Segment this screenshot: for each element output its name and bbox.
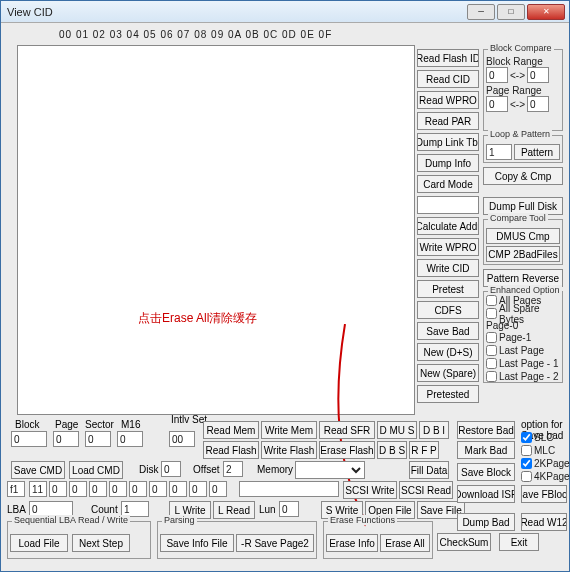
write-mem-button[interactable]: Write Mem: [261, 421, 317, 439]
intlv-input[interactable]: [169, 431, 195, 447]
seq-lba-group: Sequential LBA Read / Write Load File Ne…: [7, 521, 151, 559]
scsi-read-button[interactable]: SCSI Read: [399, 481, 453, 499]
intlv-set-label: Intlv Set: [171, 415, 207, 424]
pattern-button[interactable]: Pattern: [514, 144, 560, 160]
save-info-file-button[interactable]: Save Info File: [160, 534, 234, 552]
r-save-page2-button[interactable]: -R Save Page2: [236, 534, 314, 552]
arrow-label-1: <->: [510, 70, 525, 81]
pretest-button[interactable]: Pretest: [417, 280, 479, 298]
read-flash-id-button[interactable]: Read Flash ID: [417, 49, 479, 67]
block-input[interactable]: [11, 431, 47, 447]
block-range-from[interactable]: [486, 67, 508, 83]
dmus-cmp-button[interactable]: DMUS Cmp: [486, 228, 560, 244]
block-range-to[interactable]: [527, 67, 549, 83]
slc-checkbox[interactable]: [521, 432, 532, 443]
save-bad-button[interactable]: Save Bad: [417, 322, 479, 340]
erase-info-button[interactable]: Erase Info: [326, 534, 378, 552]
disk-input[interactable]: [161, 461, 181, 477]
load-file-button[interactable]: Load File: [10, 534, 68, 552]
dump-info-button[interactable]: Dump Info: [417, 154, 479, 172]
r2-1[interactable]: [49, 481, 67, 497]
dmus-button[interactable]: D MU S: [377, 421, 417, 439]
last-page-checkbox[interactable]: [486, 345, 497, 356]
save-cmd-button[interactable]: Save CMD: [11, 461, 65, 479]
parsing-group: Parsing Save Info File -R Save Page2: [157, 521, 317, 559]
mark-bad-button[interactable]: Mark Bad: [457, 441, 515, 459]
r2-3[interactable]: [89, 481, 107, 497]
loop-count-input[interactable]: [486, 144, 512, 160]
all-spare-bytes-checkbox[interactable]: [486, 308, 497, 319]
read-par-button[interactable]: Read PAR: [417, 112, 479, 130]
r2-2[interactable]: [69, 481, 87, 497]
2kpage-checkbox[interactable]: [521, 458, 532, 469]
maximize-button[interactable]: □: [497, 4, 525, 20]
load-cmd-button[interactable]: Load CMD: [69, 461, 123, 479]
r2-8[interactable]: [189, 481, 207, 497]
m16-input[interactable]: [117, 431, 143, 447]
sector-label: Sector: [85, 419, 114, 430]
save-fblock-button[interactable]: Save FBlock: [521, 485, 567, 503]
dump-bad-button[interactable]: Dump Bad: [457, 513, 515, 531]
minimize-button[interactable]: ─: [467, 4, 495, 20]
erase-functions-group: Erase Functions Erase Info Erase All: [323, 521, 433, 559]
write-cid-button[interactable]: Write CID: [417, 259, 479, 277]
page-input[interactable]: [53, 431, 79, 447]
erase-all-button[interactable]: Erase All: [380, 534, 430, 552]
read-wpro-button[interactable]: Read WPRO: [417, 91, 479, 109]
mlc-checkbox[interactable]: [521, 445, 532, 456]
card-mode-button[interactable]: Card Mode: [417, 175, 479, 193]
download-isp-button[interactable]: Download ISP: [457, 485, 515, 503]
fill-data-button[interactable]: Fill Data: [409, 461, 449, 479]
calculate-addr-button[interactable]: Calculate Addr: [417, 217, 479, 235]
offset-input[interactable]: [223, 461, 243, 477]
exit-button[interactable]: Exit: [499, 533, 539, 551]
lread-button[interactable]: L Read: [213, 501, 255, 519]
last-page-1-checkbox[interactable]: [486, 358, 497, 369]
rfp-button[interactable]: R F P: [409, 441, 439, 459]
2kpage-label: 2KPage: [534, 458, 570, 469]
erase-flash-button[interactable]: Erase Flash: [319, 441, 375, 459]
page1-checkbox[interactable]: [486, 332, 497, 343]
next-step-button[interactable]: Next Step: [72, 534, 130, 552]
dbi-button[interactable]: D B I: [419, 421, 449, 439]
dbs-button[interactable]: D B S: [377, 441, 407, 459]
r2-7[interactable]: [169, 481, 187, 497]
r2-9[interactable]: [209, 481, 227, 497]
write-flash-button[interactable]: Write Flash: [261, 441, 317, 459]
f1-input[interactable]: [7, 481, 25, 497]
lun-input[interactable]: [279, 501, 299, 517]
copy-cmp-button[interactable]: Copy & Cmp: [483, 167, 563, 185]
read-sfr-button[interactable]: Read SFR: [319, 421, 375, 439]
r2-5[interactable]: [129, 481, 147, 497]
save-block-button[interactable]: Save Block: [457, 463, 515, 481]
cdfs-button[interactable]: CDFS: [417, 301, 479, 319]
scsi-write-button[interactable]: SCSI Write: [343, 481, 397, 499]
row2-wide-input[interactable]: [239, 481, 339, 497]
checksum-button[interactable]: CheckSum: [437, 533, 491, 551]
new-ds-button[interactable]: New (D+S): [417, 343, 479, 361]
page-range-from[interactable]: [486, 96, 508, 112]
cmp-2badfiles-button[interactable]: CMP 2BadFiles: [486, 246, 560, 262]
last-page-2-checkbox[interactable]: [486, 371, 497, 382]
read-mem-button[interactable]: Read Mem: [203, 421, 259, 439]
calc-input[interactable]: [417, 196, 479, 214]
compare-tool-legend: Compare Tool: [488, 213, 548, 223]
annotation-text: 点击Erase All清除缓存: [138, 310, 257, 327]
r2-0[interactable]: [29, 481, 47, 497]
write-wpro-button[interactable]: Write WPRO: [417, 238, 479, 256]
dump-link-tbl-button[interactable]: Dump Link Tbl: [417, 133, 479, 151]
sector-input[interactable]: [85, 431, 111, 447]
r2-4[interactable]: [109, 481, 127, 497]
restore-bad-button[interactable]: Restore Bad: [457, 421, 515, 439]
page-range-to[interactable]: [527, 96, 549, 112]
read-cid-button[interactable]: Read CID: [417, 70, 479, 88]
close-button[interactable]: ✕: [527, 4, 565, 20]
r2-6[interactable]: [149, 481, 167, 497]
memory-select[interactable]: [295, 461, 365, 479]
read-w12-button[interactable]: Read W12: [521, 513, 567, 531]
pretested-button[interactable]: Pretested: [417, 385, 479, 403]
new-spare-button[interactable]: New (Spare): [417, 364, 479, 382]
read-flash-button[interactable]: Read Flash: [203, 441, 259, 459]
4kpage-checkbox[interactable]: [521, 471, 532, 482]
all-pages-checkbox[interactable]: [486, 295, 497, 306]
